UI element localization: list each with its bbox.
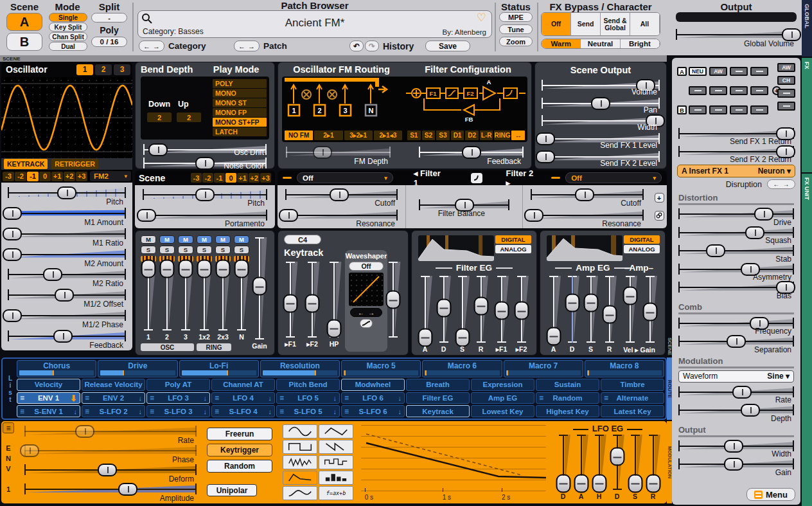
filter-config-diagram[interactable]: F1 F2 A FB S1S2S3D1D2L-RRING↔ [405,77,527,142]
fx-return-slider[interactable]: Send FX 2 Return [677,144,795,162]
fx-param-slider[interactable]: Asymmetry [677,262,795,280]
arrow-down-icon[interactable]: ↓ [269,408,272,415]
next-patch-icon[interactable]: → [248,42,255,50]
status-button[interactable]: Tune [499,24,533,34]
fx-slot[interactable] [750,67,768,76]
fx-param-slider[interactable]: Rate [677,384,795,403]
patch-name[interactable]: Ancient FM* [138,17,491,30]
eg-fader[interactable]: R [473,276,489,352]
macro-cell[interactable]: Macro 6 [422,360,502,377]
octave-button[interactable]: +3 [76,172,87,181]
eg-fader[interactable]: D [436,276,452,352]
prev-category-icon[interactable]: ← [143,42,150,50]
character-button[interactable]: Bright [621,39,660,48]
mod-source-cell[interactable]: Sustain [536,379,599,391]
eg-fader[interactable]: A [545,276,561,352]
filter2-type-dropdown[interactable]: Off▾ [565,172,662,183]
fx-param-slider[interactable]: Width [677,438,795,457]
mod-source-cell[interactable]: Lowest Key [471,405,534,417]
mod-source-cell[interactable]: Keytrack [406,405,470,417]
menu-button[interactable]: Menu [746,488,795,501]
filter-feedback-slider[interactable]: Feedback [418,145,525,164]
oscillator-tab[interactable]: 3 [114,64,130,75]
lfo-eg-fader[interactable]: H [591,435,607,499]
arrow-down-icon[interactable]: ↓ [398,408,402,415]
scene-octave-button[interactable]: -3 [191,173,202,183]
lfo-eg-fader[interactable]: A [573,435,589,499]
mod-source-cell[interactable]: Release Velocity [82,379,145,391]
scene-b-button[interactable]: B [6,33,42,51]
fx-slot[interactable]: AW [709,67,727,76]
filter2-subtype-icon[interactable] [551,177,560,179]
arrow-down-icon[interactable]: ↓ [333,408,337,415]
keytrack-fader[interactable]: ▸F1 [282,262,299,347]
macro-cell[interactable]: Lo-Fi [179,360,259,377]
tab-route[interactable]: ROUTE [667,357,672,420]
macro-cell[interactable]: Chorus [17,360,96,377]
keytrack-fader[interactable]: HP [326,262,342,347]
filter-config-option[interactable]: D1 [451,131,464,140]
lfo-eg-fader[interactable]: S [627,435,643,499]
status-button[interactable]: MPE [499,12,533,22]
patch-author[interactable]: By: Altenberg [443,28,486,36]
mute-button[interactable]: M [215,235,231,244]
mode-button[interactable]: Key Split [49,23,87,32]
channel-fader[interactable]: N [234,264,249,339]
scene-octave-button[interactable]: -2 [202,173,213,183]
lfo-shape-square[interactable] [283,440,317,454]
octave-button[interactable]: +1 [51,172,63,181]
scene-slider[interactable]: Portamento [141,208,269,226]
osc-param-slider[interactable]: M1/2 Phase [6,308,127,327]
menu-icon[interactable]: ≡ [344,407,349,416]
mod-source-cell[interactable]: Poly AT [146,379,210,391]
eg-fader[interactable]: S [454,276,470,352]
menu-icon[interactable]: ≡ [20,407,24,416]
character-button[interactable]: Neutral [581,39,620,48]
osc-param-slider[interactable]: Pitch [6,185,127,204]
next-shaper-icon[interactable]: → [368,309,375,316]
filter2-slider[interactable]: Resonance [529,208,645,226]
lfo-eg-fader[interactable]: D [609,435,625,499]
arrow-down-icon[interactable]: ⬇ [70,393,77,403]
filter-config-option[interactable]: L-R [480,131,493,140]
menu-icon[interactable]: ≡ [604,393,608,402]
mode-button[interactable]: Chan Split [49,32,87,41]
eg-fader[interactable]: D [564,276,580,352]
solo-button[interactable]: S [141,246,156,254]
list-tab[interactable]: List [4,360,17,417]
fx-slot[interactable] [730,105,748,114]
mod-source-cell[interactable]: ≡Random [536,392,599,404]
waveshaper-drive-fader[interactable] [385,262,402,347]
lfo-slider[interactable]: Phase [23,443,198,462]
lfo-shape-formula[interactable]: f=ax+b [319,486,353,500]
fx-param-slider[interactable]: Drive [677,206,795,225]
fm-option[interactable]: 2▸1 [314,131,342,140]
oscillator-tab[interactable]: 2 [95,64,112,75]
fx-slot-header[interactable]: A Insert FX 1 Neuron ▾ [677,165,795,177]
tab-fx[interactable]: FX [802,58,812,172]
solo-button[interactable]: S [178,246,193,254]
mod-source-cell[interactable]: Pitch Bend [276,379,340,391]
filter-config-option[interactable]: S1 [407,131,421,140]
prev-patch-icon[interactable]: ← [238,42,245,50]
tab-fx-unit[interactable]: FX UNIT [802,174,812,506]
fx-slot[interactable]: CH [777,76,795,85]
octave-button[interactable]: -1 [27,172,39,181]
mute-button[interactable]: M [197,235,212,244]
menu-icon[interactable]: ≡ [215,393,219,402]
menu-icon[interactable]: ≡ [20,393,24,402]
osc-param-slider[interactable]: Feedback [6,329,127,348]
fx-slot[interactable]: AW [777,63,795,72]
channel-fader[interactable]: 2 [159,264,175,339]
fx-slot[interactable]: NEU [689,67,707,76]
solo-button[interactable]: S [234,246,249,254]
mode-button[interactable]: Dual [49,42,87,51]
mod-source-cell[interactable]: ≡S-LFO 6↓ [341,405,405,417]
waveshaper-nav-buttons[interactable]: ←→ [350,308,382,317]
mod-source-cell[interactable]: ≡Alternate [601,392,664,404]
mod-source-cell[interactable]: Latest Key [601,405,664,417]
mod-source-cell[interactable]: Amp EG [471,392,534,404]
menu-icon[interactable]: ≡ [85,393,89,402]
play-mode-option[interactable]: MONO FP [213,108,267,117]
octave-button[interactable]: -2 [15,172,26,181]
